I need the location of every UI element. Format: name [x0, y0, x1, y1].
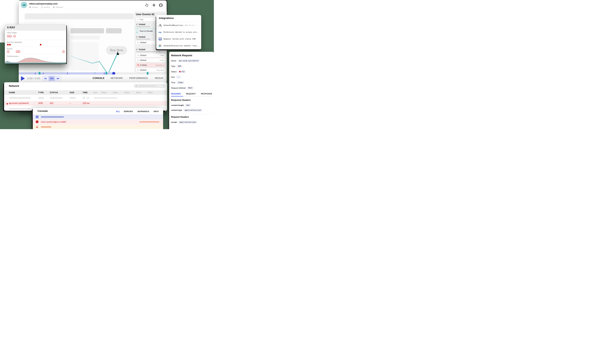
header-value: application/json	[178, 121, 197, 123]
event-label: 3 Clicks	[140, 64, 147, 66]
integration-item-waves[interactable]: Permission denied to access pro...	[156, 29, 201, 35]
field-request-method: Request Method POST	[171, 87, 194, 89]
navigate-icon	[136, 36, 138, 38]
field-label: Request Method	[171, 87, 186, 89]
field-time: Time 119ms	[171, 81, 184, 84]
clock-icon	[29, 6, 31, 8]
navigate-icon	[136, 23, 138, 25]
openreplay-hero-composition: rebecca@openreplay.com Buy Now	[0, 0, 214, 129]
skip-interval-label: 10s	[48, 76, 55, 81]
integration-message-muted: Non-Error...	[184, 24, 198, 26]
play-button[interactable]	[21, 76, 25, 81]
integration-item-sentry[interactable]: UnhandledRejection: Non-Error...	[156, 22, 201, 29]
console-devtools-panel: Console ALL ERRORS WARNINGS INFO i ! eco…	[33, 108, 163, 129]
session-user-email: rebecca@openreplay.com	[29, 2, 58, 5]
event-target: Color	[160, 59, 164, 61]
tab-response[interactable]: RESPONSE	[201, 93, 212, 95]
col-size[interactable]: SIZE	[70, 91, 74, 94]
hand-click-icon	[137, 42, 139, 44]
console-warning-row[interactable]	[33, 124, 163, 129]
error-icon[interactable]	[62, 50, 65, 53]
avatar	[21, 2, 27, 8]
console-error-row[interactable]: ! ecom.xyz/a213qh.js:123987	[33, 119, 163, 124]
event-label: Visited	[139, 36, 145, 38]
event-visited[interactable]: Visited	[136, 23, 145, 25]
marker-label: Time to Render	[139, 30, 153, 32]
tab-redux[interactable]: REDUX	[155, 77, 163, 79]
console-tab-all[interactable]: ALL	[116, 110, 120, 112]
console-tab-errors[interactable]: ERRORS	[124, 110, 133, 112]
field-type: Type XHR	[171, 65, 182, 67]
event-path: /category/wearable	[136, 26, 150, 28]
field-value: 422	[181, 71, 185, 73]
integration-message: Unhandledrejection handler rece..	[163, 45, 199, 47]
timeline-event-tick[interactable]	[104, 72, 104, 74]
status-error-dot	[7, 103, 8, 104]
tab-network[interactable]: NETWORK	[111, 77, 123, 79]
skip-back-button[interactable]	[42, 76, 48, 81]
network-error-row[interactable]: api.ecom.xyz/search XHR 422 -- 119 ms	[4, 101, 167, 106]
github-icon[interactable]	[159, 3, 163, 7]
angry-face-icon[interactable]	[7, 35, 9, 37]
angry-face-icon[interactable]	[13, 35, 16, 37]
timeline-quote-marker[interactable]: ““	[94, 72, 95, 74]
event-clicked-card[interactable]: Clicked Buy Now	[136, 68, 165, 72]
error-icon: !	[36, 121, 38, 123]
error-icon[interactable]	[7, 50, 9, 53]
event-visited[interactable]: Visited	[136, 48, 145, 51]
event-rage-click-card[interactable]: 3 Clicks Quantity +	[136, 63, 165, 67]
slack-icon[interactable]	[145, 3, 149, 7]
tab-console[interactable]: CONSOLE	[93, 77, 104, 79]
event-path: /category/wearable/watch-details	[136, 51, 161, 53]
network-search-input[interactable]	[134, 84, 165, 88]
field-label: Time	[171, 81, 175, 84]
event-label: Visited	[139, 23, 145, 25]
network-error-dot[interactable]	[9, 44, 11, 45]
error-icon[interactable]	[18, 50, 20, 53]
event-clicked-card[interactable]: Clicked Size	[136, 53, 165, 57]
console-tab-info[interactable]: INFO	[154, 110, 159, 112]
console-tab-warnings[interactable]: WARNINGS	[138, 110, 149, 112]
col-time[interactable]: TIME	[82, 91, 88, 94]
event-visited[interactable]: Visited	[136, 36, 145, 38]
search-icon	[135, 85, 138, 87]
hand-click-icon	[137, 55, 139, 56]
timeline-event-tick[interactable]	[43, 72, 43, 74]
network-error-dot[interactable]	[40, 44, 41, 45]
integration-item-elastic[interactable]: Unhandledrejection handler rece..	[156, 42, 201, 49]
network-error-dot[interactable]	[7, 44, 9, 45]
timeline-progress-track	[19, 72, 114, 75]
jira-icon[interactable]	[151, 3, 156, 7]
event-clicked-card[interactable]: Clicked Color	[136, 58, 165, 62]
console-info-row[interactable]: i	[33, 114, 163, 119]
tab-performance[interactable]: PERFORMANCE	[129, 77, 148, 79]
tab-headers[interactable]: HEADERS	[171, 93, 181, 95]
angry-face-icon	[137, 64, 139, 66]
datadog-icon	[158, 37, 162, 41]
header-label: accept	[171, 121, 177, 123]
col-status[interactable]: STATUS	[50, 91, 58, 94]
timeline-event-tick[interactable]	[35, 72, 35, 74]
warning-icon	[36, 125, 38, 128]
integrations-title: Integrations	[159, 17, 174, 20]
network-panel-title: Network	[9, 85, 19, 88]
event-label: Clicked	[140, 59, 146, 61]
event-label: Clicked	[140, 54, 146, 56]
tab-request[interactable]: REQUEST	[186, 93, 196, 95]
scale-40ms: 40ms	[136, 91, 141, 94]
blue-waves-icon	[158, 30, 162, 34]
page-nav-skeleton	[25, 13, 134, 19]
playback-time: 0:00 / 0:00	[27, 77, 40, 80]
playback-timeline[interactable]: ““	[19, 72, 167, 75]
integration-item-datadog[interactable]: Request failed with status 500	[156, 35, 201, 42]
integration-message: Request failed with status 500	[163, 38, 196, 40]
timeline-event-tick[interactable]	[67, 72, 68, 74]
col-name[interactable]: NAME	[9, 91, 15, 94]
elastic-icon	[158, 44, 162, 47]
cell-type: XHR	[38, 102, 43, 104]
product-image-skeleton	[71, 42, 99, 71]
skip-control-group: 10s	[42, 76, 61, 81]
col-type[interactable]: TYPE	[38, 91, 44, 94]
angry-face-icon[interactable]	[9, 35, 12, 37]
skip-forward-button[interactable]	[55, 76, 61, 81]
